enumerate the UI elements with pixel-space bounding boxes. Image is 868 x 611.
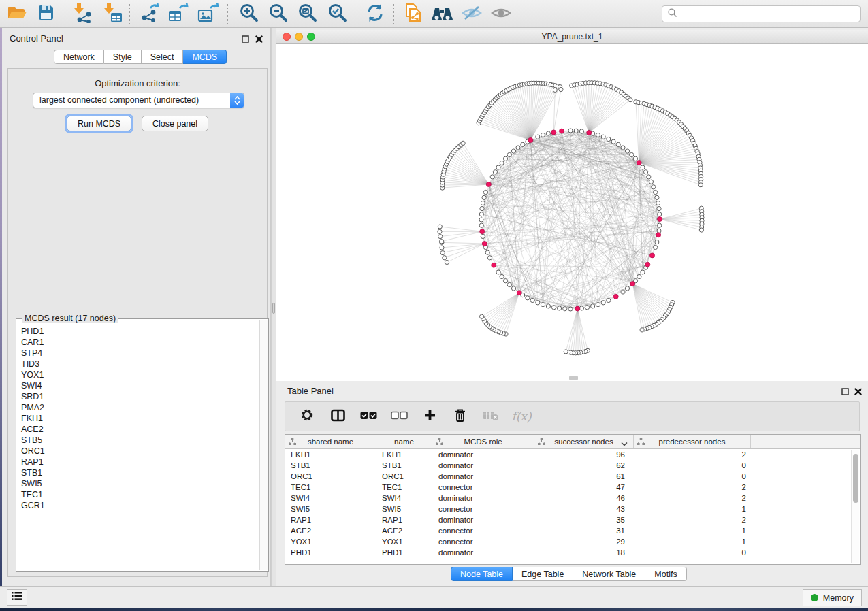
network-hscrollbar-thumb[interactable] xyxy=(569,376,578,380)
column-header-predecessor-nodes[interactable]: predecessor nodes xyxy=(634,435,751,448)
table-tabs: Node Table Edge Table Network Table Moti… xyxy=(451,567,687,581)
zoom-selected-button[interactable] xyxy=(324,2,350,26)
list-item[interactable]: ORC1 xyxy=(21,446,259,457)
export-table-button[interactable] xyxy=(165,2,191,26)
list-item[interactable]: STB5 xyxy=(21,435,259,446)
delete-column-button[interactable] xyxy=(451,408,469,425)
task-history-button[interactable] xyxy=(7,589,27,606)
close-panel-button[interactable] xyxy=(254,34,263,44)
zoom-in-icon xyxy=(239,3,259,25)
list-item[interactable]: SRD1 xyxy=(21,391,259,402)
table-row[interactable]: STB1STB1dominator620 xyxy=(285,460,860,471)
zoom-out-icon xyxy=(268,3,288,25)
column-label: MCDS role xyxy=(464,437,502,446)
close-mcds-panel-button[interactable]: Close panel xyxy=(142,116,208,131)
toolbar-separator xyxy=(129,4,130,24)
table-row[interactable]: TEC1TEC1connector472 xyxy=(285,482,860,493)
apply-function-button[interactable]: f(x) xyxy=(513,410,530,423)
open-file-button[interactable] xyxy=(4,2,30,26)
list-item[interactable]: PHD1 xyxy=(21,326,259,337)
save-button[interactable] xyxy=(33,2,59,26)
search-input[interactable] xyxy=(677,7,860,21)
add-column-button[interactable] xyxy=(421,410,438,424)
table-row[interactable]: ACE2ACE2connector311 xyxy=(285,525,860,536)
table-row[interactable]: PHD1PHD1dominator180 xyxy=(285,547,860,558)
table-scrollbar-thumb[interactable] xyxy=(853,454,858,503)
table-settings-button[interactable] xyxy=(298,408,316,425)
list-item[interactable]: CAR1 xyxy=(21,337,259,348)
zoom-out-button[interactable] xyxy=(265,2,291,26)
export-image-button[interactable] xyxy=(195,2,221,26)
table-panel-title: Table Panel xyxy=(287,386,334,396)
list-item[interactable]: STP4 xyxy=(21,348,259,359)
find-button[interactable] xyxy=(429,2,455,26)
table-scrollbar[interactable] xyxy=(851,450,859,563)
network-view[interactable] xyxy=(276,44,868,381)
import-network-icon xyxy=(72,3,93,26)
float-panel-button[interactable] xyxy=(240,34,250,44)
tab-style[interactable]: Style xyxy=(104,50,142,64)
table-row[interactable]: SWI4SWI4dominator462 xyxy=(285,493,860,503)
column-header-name[interactable]: name xyxy=(376,435,432,448)
hide-selected-button[interactable] xyxy=(459,2,485,26)
window-maximize-button[interactable] xyxy=(307,33,315,41)
export-network-button[interactable] xyxy=(136,2,162,26)
export-image-icon xyxy=(197,3,219,26)
panel-splitter[interactable] xyxy=(271,28,276,586)
splitter-handle[interactable] xyxy=(272,303,275,314)
tab-network[interactable]: Network xyxy=(54,50,104,64)
tab-network-table[interactable]: Network Table xyxy=(573,567,645,581)
show-all-button[interactable] xyxy=(488,2,514,26)
list-item[interactable]: YOX1 xyxy=(21,369,259,380)
float-table-panel-button[interactable] xyxy=(840,386,850,396)
control-panel-tabs: Network Style Select MCDS xyxy=(54,50,227,64)
eye-slash-icon xyxy=(462,5,482,24)
folder-open-icon xyxy=(7,4,27,24)
list-item[interactable]: RAP1 xyxy=(21,457,259,467)
list-item[interactable]: SWI4 xyxy=(21,380,259,391)
tab-mcds[interactable]: MCDS xyxy=(183,50,227,64)
list-item[interactable]: FKH1 xyxy=(21,413,259,424)
list-item[interactable]: PMA2 xyxy=(21,402,259,413)
column-header-shared-name[interactable]: shared name xyxy=(285,435,376,448)
column-header-mcds-role[interactable]: MCDS role xyxy=(432,435,534,448)
optimization-criterion-select[interactable]: largest connected component (undirected) xyxy=(33,93,244,108)
import-table-button[interactable] xyxy=(99,2,125,26)
delete-table-button[interactable] xyxy=(482,410,500,424)
tab-node-table[interactable]: Node Table xyxy=(451,567,513,581)
result-list-scrollbar[interactable] xyxy=(259,320,268,570)
columns-icon xyxy=(331,409,345,425)
show-columns-button[interactable] xyxy=(329,409,347,425)
memory-button[interactable]: Memory xyxy=(803,589,862,606)
tab-select[interactable]: Select xyxy=(142,50,184,64)
list-item[interactable]: GCR1 xyxy=(21,500,259,511)
run-mcds-button[interactable]: Run MCDS xyxy=(67,116,131,131)
search-field[interactable] xyxy=(662,5,861,22)
network-window-titlebar[interactable]: YPA_prune.txt_1 xyxy=(276,30,868,44)
close-table-panel-button[interactable] xyxy=(853,386,863,396)
window-minimize-button[interactable] xyxy=(295,33,303,41)
tab-motifs[interactable]: Motifs xyxy=(645,567,686,581)
table-row[interactable]: ORC1ORC1dominator610 xyxy=(285,471,860,482)
table-row[interactable]: YOX1YOX1connector291 xyxy=(285,536,860,547)
list-item[interactable]: ACE2 xyxy=(21,424,259,435)
refresh-button[interactable] xyxy=(362,2,388,26)
list-item[interactable]: STB1 xyxy=(21,467,259,478)
import-network-button[interactable] xyxy=(69,2,95,26)
select-all-button[interactable] xyxy=(359,410,377,423)
tab-edge-table[interactable]: Edge Table xyxy=(513,567,573,581)
window-close-button[interactable] xyxy=(283,33,291,41)
control-panel: Control Panel Network Style Select MCDS … xyxy=(2,28,271,586)
column-header-successor-nodes[interactable]: successor nodes xyxy=(534,435,634,448)
clone-network-button[interactable] xyxy=(400,2,426,26)
deselect-all-button[interactable] xyxy=(390,410,408,423)
table-row[interactable]: RAP1RAP1dominator352 xyxy=(285,514,860,525)
search-icon xyxy=(667,7,677,20)
zoom-fit-button[interactable] xyxy=(294,2,320,26)
table-row[interactable]: SWI5SWI5connector431 xyxy=(285,503,860,514)
list-item[interactable]: TID3 xyxy=(21,359,259,369)
zoom-in-button[interactable] xyxy=(236,2,261,26)
table-row[interactable]: FKH1FKH1dominator962 xyxy=(285,449,860,460)
list-item[interactable]: SWI5 xyxy=(21,478,259,489)
list-item[interactable]: TEC1 xyxy=(21,489,259,500)
